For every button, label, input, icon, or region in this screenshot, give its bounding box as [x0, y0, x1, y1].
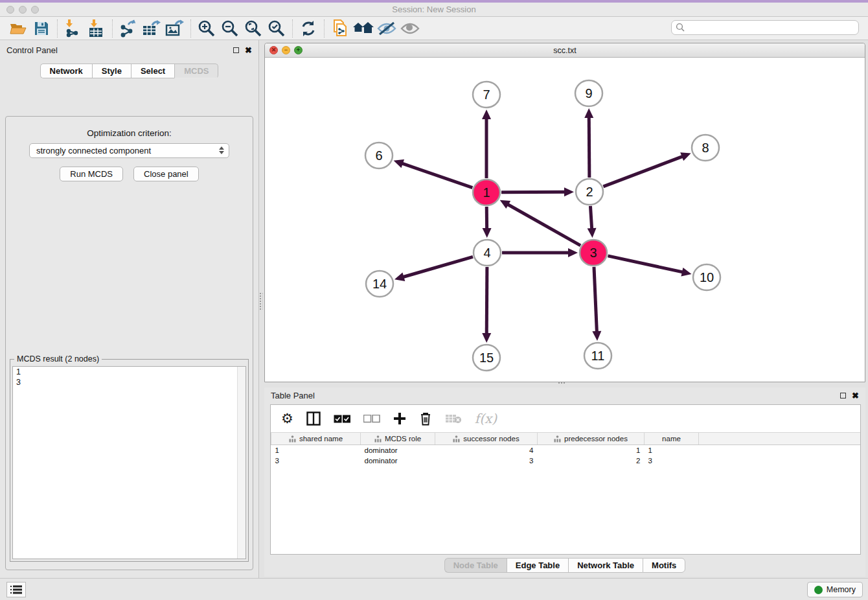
graph-node-label: 9: [585, 86, 592, 100]
toolbar-separator: [324, 19, 325, 38]
result-scrollbar[interactable]: [237, 367, 246, 559]
function-builder-icon[interactable]: f(x): [475, 411, 497, 426]
mcds-tab-content: Optimization criterion: strongly connect…: [5, 116, 253, 570]
close-window-icon[interactable]: [6, 6, 14, 14]
zoom-fit-icon[interactable]: [242, 19, 265, 38]
toolbar-separator: [292, 19, 293, 38]
import-network-icon[interactable]: [62, 19, 85, 38]
edge-4-14[interactable]: [402, 257, 473, 277]
select-all-icon[interactable]: [334, 415, 350, 423]
delete-column-trash-icon[interactable]: [419, 411, 432, 426]
edge-2-9[interactable]: [589, 117, 589, 178]
edge-1-2[interactable]: [501, 192, 565, 192]
zoom-selected-icon[interactable]: [265, 19, 288, 38]
control-panel: Control Panel ✖ Network Style Select MCD…: [0, 40, 259, 578]
export-network-icon[interactable]: [117, 19, 140, 38]
optimization-criterion-select[interactable]: strongly connected component: [29, 143, 229, 158]
column-header-shared-name[interactable]: shared name: [271, 433, 361, 445]
cell-mcds-role[interactable]: dominator: [361, 445, 435, 456]
edge-arrowhead: [681, 268, 691, 277]
column-header-successor-nodes[interactable]: successor nodes: [435, 433, 538, 445]
horizontal-divider-handle[interactable]: [558, 382, 565, 386]
edge-2-3[interactable]: [590, 206, 591, 229]
tab-motifs[interactable]: Motifs: [643, 558, 685, 573]
table-row[interactable]: 3 dominator 3 2 3: [271, 456, 861, 466]
search-field-wrap: [671, 20, 859, 35]
cell-mcds-role[interactable]: dominator: [361, 456, 435, 466]
clone-network-icon[interactable]: [328, 19, 352, 38]
column-selector-icon[interactable]: [306, 411, 321, 426]
table-row[interactable]: 1 dominator 4 1 1: [271, 445, 861, 456]
graph-node-label: 6: [375, 148, 382, 163]
network-canvas[interactable]: 7968124314101511: [265, 58, 865, 382]
network-window: ✕ − + scc.txt 7968124314101511: [264, 43, 865, 382]
add-column-icon[interactable]: [393, 412, 406, 425]
deselect-all-icon[interactable]: [363, 415, 380, 423]
cell-name[interactable]: 3: [645, 456, 699, 466]
cell-successor-nodes[interactable]: 3: [435, 456, 538, 466]
tab-select[interactable]: Select: [131, 63, 174, 78]
open-file-icon[interactable]: [6, 19, 30, 38]
zoom-window-icon[interactable]: [31, 6, 39, 14]
edge-3-11[interactable]: [594, 267, 597, 332]
import-table-icon[interactable]: [85, 19, 108, 38]
edge-2-8[interactable]: [603, 156, 683, 187]
close-table-panel-icon[interactable]: ✖: [852, 391, 859, 400]
edge-3-10[interactable]: [608, 256, 683, 272]
mcds-result-line: 1: [13, 367, 246, 377]
tab-mcds[interactable]: MCDS: [174, 63, 218, 78]
zoom-out-icon[interactable]: [218, 19, 242, 38]
delete-table-icon[interactable]: [445, 413, 462, 424]
cell-predecessor-nodes[interactable]: 1: [538, 445, 645, 456]
float-table-panel-icon[interactable]: [840, 393, 846, 398]
close-panel-button[interactable]: Close panel: [133, 167, 199, 181]
tab-network-table[interactable]: Network Table: [568, 558, 643, 573]
tab-edge-table[interactable]: Edge Table: [507, 558, 568, 573]
cell-successor-nodes[interactable]: 4: [435, 445, 538, 456]
home-icon[interactable]: [352, 19, 375, 38]
search-input[interactable]: [671, 20, 859, 35]
table-settings-gear-icon[interactable]: ⚙: [281, 411, 293, 426]
column-header-name[interactable]: name: [645, 433, 699, 445]
graph-node-label: 11: [591, 349, 605, 363]
edge-arrowhead: [592, 331, 601, 341]
network-close-icon[interactable]: ✕: [269, 46, 278, 54]
export-table-icon[interactable]: [140, 19, 163, 38]
minimize-window-icon[interactable]: [19, 6, 27, 14]
edge-arrowhead: [568, 248, 578, 257]
run-mcds-button[interactable]: Run MCDS: [60, 167, 123, 181]
network-window-titlebar[interactable]: ✕ − + scc.txt: [265, 43, 865, 58]
zoom-in-icon[interactable]: [195, 19, 218, 38]
save-session-icon[interactable]: [30, 19, 53, 38]
tab-node-table[interactable]: Node Table: [444, 558, 507, 573]
float-panel-icon[interactable]: [233, 47, 239, 53]
memory-button[interactable]: Memory: [807, 582, 863, 597]
tab-network[interactable]: Network: [40, 63, 92, 78]
show-details-icon[interactable]: [398, 19, 422, 38]
edge-4-15[interactable]: [486, 267, 487, 334]
toolbar-separator: [57, 19, 58, 38]
window-controls[interactable]: [6, 6, 39, 14]
edge-arrowhead: [394, 272, 405, 281]
mcds-result-area[interactable]: 1 3: [12, 366, 246, 559]
edge-1-6[interactable]: [402, 163, 472, 188]
hide-details-icon[interactable]: [375, 19, 398, 38]
refresh-icon[interactable]: [297, 19, 320, 38]
tab-style[interactable]: Style: [92, 63, 131, 78]
network-minimize-icon[interactable]: −: [282, 46, 290, 54]
column-header-predecessor-nodes[interactable]: predecessor nodes: [538, 433, 645, 445]
export-image-icon[interactable]: [163, 19, 187, 38]
task-history-button[interactable]: [6, 582, 26, 597]
cell-predecessor-nodes[interactable]: 2: [538, 456, 645, 466]
split-divider-handle[interactable]: [260, 293, 263, 310]
cell-name[interactable]: 1: [645, 445, 699, 456]
edge-3-1[interactable]: [507, 204, 580, 246]
cell-shared-name[interactable]: 3: [271, 456, 361, 466]
main-toolbar: [0, 17, 868, 40]
edge-arrowhead: [482, 333, 491, 343]
column-header-mcds-role[interactable]: MCDS role: [361, 433, 435, 445]
close-panel-icon[interactable]: ✖: [245, 46, 252, 54]
network-maximize-icon[interactable]: +: [294, 46, 303, 54]
search-icon: [676, 23, 685, 34]
cell-shared-name[interactable]: 1: [271, 445, 361, 456]
